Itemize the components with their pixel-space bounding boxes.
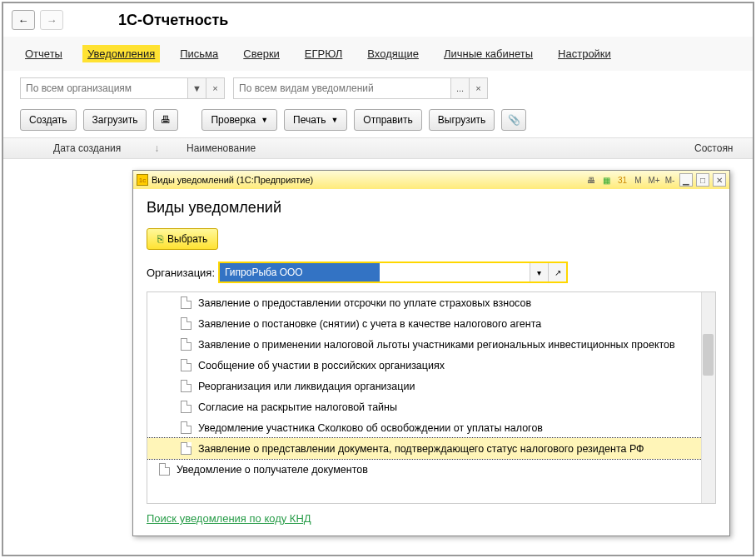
modal-window-title: Виды уведомлений (1С:Предприятие) [152,175,313,185]
print-icon-button[interactable]: 🖶 [153,109,178,131]
forward-button[interactable]: → [40,10,63,30]
load-button[interactable]: Загрузить [83,109,147,131]
send-button[interactable]: Отправить [354,109,422,131]
modal-title: Виды уведомлений [147,199,716,217]
tab-inbox[interactable]: Входящие [362,45,424,62]
list-item[interactable]: Сообщение об участии в российских органи… [147,355,715,376]
paperclip-icon: 📎 [508,114,520,126]
list-item[interactable]: Согласие на раскрытие налоговой тайны [147,396,715,417]
create-button[interactable]: Создать [20,109,77,131]
tab-settings[interactable]: Настройки [553,45,616,62]
org-filter-input[interactable] [21,81,187,96]
document-icon [181,338,191,351]
table-header: Дата создания↓ Наименование Состоян [3,137,753,159]
tab-accounts[interactable]: Личные кабинеты [439,45,538,62]
list-item[interactable]: Заявление о постановке (снятии) с учета … [147,313,715,334]
scrollbar[interactable] [701,292,715,503]
calc-m[interactable]: M [632,174,644,187]
maximize-icon[interactable]: □ [696,173,709,187]
calc-mplus[interactable]: M+ [648,174,660,187]
org-filter: ▼ × [20,77,225,99]
tab-reconciliation[interactable]: Сверки [238,45,285,62]
document-icon [181,442,191,455]
list-item-selected[interactable]: Заявление о представлении документа, под… [147,438,715,459]
type-filter-clear[interactable]: × [469,78,487,98]
col-status[interactable]: Состоян [694,142,753,154]
org-open-btn[interactable]: ↗ [548,263,566,281]
printer-icon: 🖶 [161,114,171,126]
col-date[interactable]: Дата создания↓ [3,142,170,154]
document-icon [181,296,191,309]
list-item[interactable]: Реорганизация или ликвидация организации [147,376,715,396]
select-icon: ⎘ [157,233,163,245]
list-category[interactable]: Уведомление о получателе документов [147,459,715,480]
document-icon [159,463,170,476]
select-button[interactable]: ⎘ Выбрать [147,228,218,250]
grid-icon[interactable]: ▦ [600,174,613,187]
document-icon [181,380,191,392]
search-by-knd-link[interactable]: Поиск уведомления по коду КНД [147,512,311,525]
print-button[interactable]: Печать▼ [284,109,347,131]
type-filter-input[interactable] [234,81,450,96]
tab-reports[interactable]: Отчеты [20,45,67,62]
page-title: 1С-Отчетность [118,12,228,29]
chevron-down-icon: ▼ [261,116,268,124]
calendar-icon[interactable]: 31 [616,174,629,187]
document-icon [181,359,191,371]
list-item[interactable]: Заявление о применении налоговой льготы … [147,334,715,355]
document-icon [181,421,191,434]
org-value[interactable]: ГипроРыба ООО [220,263,380,281]
sort-arrow-icon: ↓ [154,142,159,154]
org-filter-dropdown[interactable]: ▼ [187,78,206,98]
col-name[interactable]: Наименование [170,142,694,154]
type-filter: ... × [233,77,488,99]
modal-titlebar: 1c Виды уведомлений (1С:Предприятие) 🖶 ▦… [133,171,729,189]
calc-mminus[interactable]: M- [664,174,676,187]
app-icon: 1c [137,174,148,186]
check-button[interactable]: Проверка▼ [201,109,277,131]
attach-button[interactable]: 📎 [501,109,526,131]
chevron-down-icon: ▼ [331,116,338,124]
back-button[interactable]: ← [12,10,35,30]
document-icon [181,317,191,330]
org-filter-clear[interactable]: × [206,78,224,98]
close-icon[interactable]: ✕ [713,173,726,187]
export-button[interactable]: Выгрузить [429,109,495,131]
tab-letters[interactable]: Письма [175,45,223,62]
tab-egrul[interactable]: ЕГРЮЛ [300,45,347,62]
tab-notifications[interactable]: Уведомления [82,45,160,62]
list-item[interactable]: Уведомление участника Сколково об освобо… [147,417,715,438]
tabs: Отчеты Уведомления Письма Сверки ЕГРЮЛ В… [3,37,753,71]
org-dropdown-btn[interactable]: ▾ [530,263,548,281]
print-icon[interactable]: 🖶 [584,174,597,187]
scroll-thumb[interactable] [703,334,714,376]
org-label: Организация: [147,267,215,279]
notification-list: Заявление о предоставлении отсрочки по у… [147,291,716,504]
org-field: ГипроРыба ООО ▾ ↗ [218,262,568,283]
document-icon [181,401,191,413]
notification-types-modal: 1c Виды уведомлений (1С:Предприятие) 🖶 ▦… [132,170,730,536]
type-filter-more[interactable]: ... [450,78,469,98]
list-item[interactable]: Заявление о предоставлении отсрочки по у… [147,292,715,313]
minimize-icon[interactable]: ▁ [679,173,693,187]
